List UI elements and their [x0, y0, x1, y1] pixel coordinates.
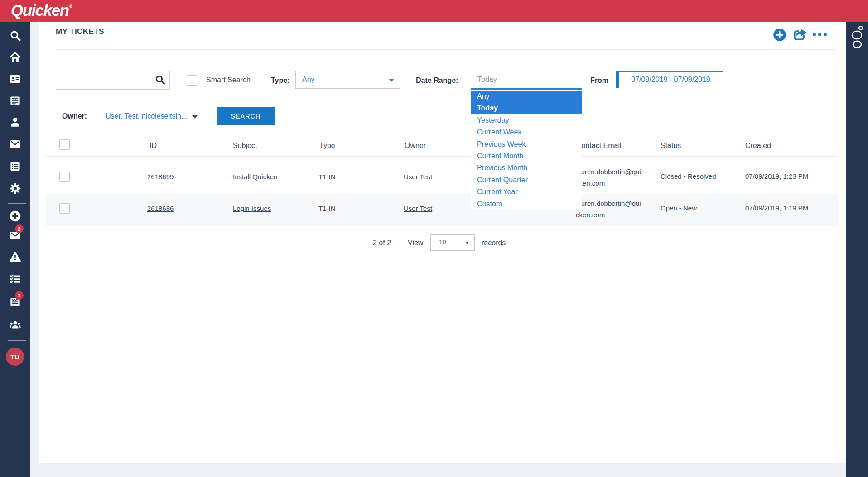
from-label: From	[590, 76, 608, 85]
sidebar-divider	[8, 203, 26, 204]
owner-select[interactable]: User, Test, nicoleseitsin...	[99, 107, 203, 125]
view-label: View	[408, 239, 423, 247]
ticket-id-link[interactable]: 2618699	[147, 173, 174, 181]
column-header-id: ID	[149, 142, 157, 150]
ticket-contact-email: lauren.dobbertin@quicken.com	[576, 166, 644, 189]
select-all-checkbox[interactable]	[59, 139, 70, 150]
type-select[interactable]: Any	[295, 71, 400, 89]
ticket-type: T1-IN	[318, 205, 336, 212]
person-icon[interactable]	[9, 115, 21, 128]
ticket-owner-link[interactable]: User Test	[404, 173, 432, 181]
date-range-option-any[interactable]: Any	[471, 91, 582, 102]
ticket-search-box	[56, 71, 170, 90]
column-header-contact-email: Contact Email	[576, 142, 622, 150]
list-icon[interactable]	[9, 160, 21, 172]
owner-label: Owner:	[62, 112, 87, 120]
date-range-option-yesterday[interactable]: Yesterday	[471, 114, 582, 126]
search-submit-icon[interactable]	[154, 74, 166, 87]
ticket-contact-email: lauren.dobbertin@quicken.com	[576, 198, 644, 220]
table-divider	[46, 156, 838, 157]
page-size-select[interactable]: 10	[430, 234, 475, 251]
ticket-subject-link[interactable]: Login Issues	[233, 205, 271, 212]
date-range-select[interactable]: Today	[471, 71, 582, 89]
chevron-down-icon	[389, 79, 394, 82]
home-icon[interactable]	[9, 51, 21, 63]
ticket-card-icon[interactable]	[9, 94, 21, 107]
ticket-id-link[interactable]: 2618686	[147, 205, 174, 212]
search-icon[interactable]	[9, 29, 21, 42]
date-range-option-current-week[interactable]: Current Week	[471, 126, 582, 138]
ticket-status: Closed - Resolved	[661, 172, 716, 180]
date-range-option-current-quarter[interactable]: Current Quarter	[471, 174, 582, 186]
chevron-down-icon	[192, 115, 198, 119]
checklist-icon[interactable]	[9, 272, 21, 285]
ticket-created: 07/09/2019, 1:19 PM	[745, 204, 808, 212]
ticket-owner-link[interactable]: User Test	[404, 205, 432, 212]
date-range-option-custom[interactable]: Custom	[471, 198, 582, 210]
contacts-icon[interactable]	[9, 72, 21, 85]
left-nav-sidebar: 2 1 TU	[0, 22, 30, 477]
date-range-option-previous-week[interactable]: Previous Week	[471, 138, 582, 150]
ticket-badge: 1	[15, 291, 24, 300]
top-brand-bar: Quicken®	[0, 0, 868, 22]
mail-icon[interactable]	[9, 138, 21, 150]
mail-badge: 2	[15, 224, 24, 233]
chevron-down-icon	[465, 242, 469, 244]
column-header-owner: Owner	[405, 142, 426, 150]
row-checkbox[interactable]	[59, 172, 70, 182]
records-label: records	[482, 239, 506, 247]
date-range-option-today[interactable]: Today	[471, 102, 582, 114]
title-divider	[56, 49, 836, 50]
trademark-symbol: ®	[69, 4, 72, 9]
sidebar-divider	[8, 340, 26, 341]
date-range-option-current-month[interactable]: Current Month	[471, 150, 582, 162]
column-header-created: Created	[745, 142, 771, 150]
date-range-dropdown: Any Today Yesterday Current Week Previou…	[471, 89, 582, 210]
gear-icon[interactable]	[9, 182, 21, 195]
table-divider	[46, 226, 838, 226]
warning-icon[interactable]	[9, 250, 21, 263]
ticket-status: Open - New	[661, 204, 697, 212]
column-header-status: Status	[661, 142, 681, 150]
collapsed-right-panel[interactable]	[846, 22, 868, 477]
add-circle-icon[interactable]	[9, 210, 21, 222]
quicken-logo: Quicken®	[11, 1, 72, 19]
collapsed-panel-icon[interactable]	[849, 24, 864, 52]
smart-search-label: Smart Search	[206, 76, 251, 84]
search-input[interactable]	[61, 73, 151, 87]
from-date-range-field[interactable]: 07/09/2019 - 07/09/2019	[616, 71, 723, 88]
ticket-subject-link[interactable]: Install Quicken	[233, 173, 277, 181]
type-label: Type:	[271, 76, 289, 85]
row-checkbox[interactable]	[59, 203, 70, 214]
smart-search-checkbox[interactable]	[187, 75, 197, 86]
page-title: MY TICKETS	[56, 27, 104, 36]
ticket-type: T1-IN	[318, 173, 336, 181]
column-header-subject: Subject	[233, 142, 257, 150]
user-avatar[interactable]: TU	[6, 348, 24, 366]
more-options-button[interactable]	[813, 33, 827, 36]
date-range-label: Date Range:	[416, 76, 458, 85]
date-range-option-previous-month[interactable]: Previous Month	[471, 162, 582, 174]
add-record-button[interactable]	[773, 28, 786, 43]
people-icon[interactable]	[9, 318, 21, 331]
record-count: 2 of 2	[373, 239, 391, 247]
search-button[interactable]: SEARCH	[217, 107, 275, 125]
ticket-created: 07/09/2019, 1:23 PM	[745, 172, 808, 180]
date-range-option-current-year[interactable]: Current Year	[471, 186, 582, 198]
column-header-type: Type	[319, 142, 335, 150]
share-export-button[interactable]	[791, 27, 808, 44]
